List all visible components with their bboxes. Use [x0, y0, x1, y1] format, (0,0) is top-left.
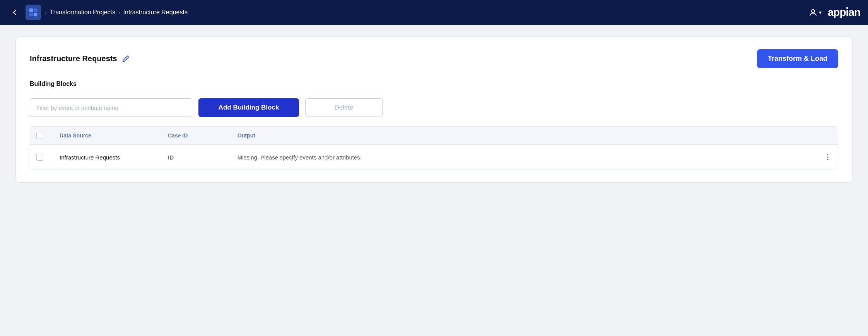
- top-navigation: › Transformation Projects › Infrastructu…: [0, 0, 868, 25]
- table-header: Data Source Case ID Output: [30, 127, 838, 145]
- breadcrumb-sep-2: ›: [118, 9, 120, 15]
- building-blocks-title: Building Blocks: [30, 81, 838, 87]
- filter-row: Add Building Block Delete: [30, 98, 838, 117]
- app-icon: [26, 5, 41, 20]
- actions-header: [815, 132, 838, 139]
- user-dropdown-icon: ▾: [819, 9, 822, 15]
- breadcrumb-transformation-projects[interactable]: Transformation Projects: [50, 9, 115, 16]
- card-header: Infrastructure Requests Transform & Load: [30, 49, 838, 68]
- svg-point-7: [827, 159, 828, 160]
- row-case-id-cell: ID: [162, 154, 231, 161]
- table-row: Infrastructure Requests ID Missing. Plea…: [30, 145, 838, 170]
- transform-load-button[interactable]: Transform & Load: [757, 49, 838, 68]
- svg-point-4: [812, 10, 815, 13]
- add-building-block-button[interactable]: Add Building Block: [198, 98, 299, 117]
- back-button[interactable]: [8, 7, 22, 18]
- row-checkbox-cell: [30, 154, 53, 161]
- main-content: Infrastructure Requests Transform & Load…: [0, 25, 868, 194]
- breadcrumb-sep-1: ›: [45, 9, 47, 15]
- select-all-checkbox[interactable]: [36, 132, 43, 139]
- checkbox-header-cell: [30, 132, 53, 139]
- svg-rect-3: [34, 13, 37, 16]
- main-card: Infrastructure Requests Transform & Load…: [15, 36, 853, 183]
- row-actions-cell: [815, 152, 838, 163]
- svg-point-6: [827, 156, 828, 158]
- svg-rect-0: [29, 9, 33, 12]
- data-source-header: Data Source: [53, 132, 162, 139]
- nav-left: › Transformation Projects › Infrastructu…: [8, 5, 188, 20]
- edit-title-button[interactable]: [122, 55, 130, 63]
- svg-rect-1: [34, 9, 37, 12]
- breadcrumb: › Transformation Projects › Infrastructu…: [45, 9, 188, 16]
- page-title: Infrastructure Requests: [30, 54, 117, 63]
- building-blocks-table: Data Source Case ID Output Infrastructur…: [30, 126, 838, 170]
- row-checkbox[interactable]: [36, 154, 43, 161]
- card-title-row: Infrastructure Requests: [30, 54, 130, 63]
- delete-button[interactable]: Delete: [305, 98, 383, 117]
- row-more-button[interactable]: [821, 152, 835, 163]
- svg-rect-2: [29, 13, 33, 16]
- appian-logo: appian: [828, 6, 860, 19]
- row-data-source-cell: Infrastructure Requests: [53, 154, 162, 161]
- user-menu-button[interactable]: ▾: [809, 8, 822, 17]
- case-id-header: Case ID: [162, 132, 231, 139]
- output-header: Output: [231, 132, 815, 139]
- breadcrumb-infrastructure-requests[interactable]: Infrastructure Requests: [123, 9, 188, 16]
- nav-right: ▾ appian: [809, 6, 860, 19]
- svg-point-5: [827, 154, 828, 155]
- row-output-cell: Missing. Please specify events and/or at…: [231, 154, 815, 161]
- filter-input[interactable]: [30, 98, 192, 117]
